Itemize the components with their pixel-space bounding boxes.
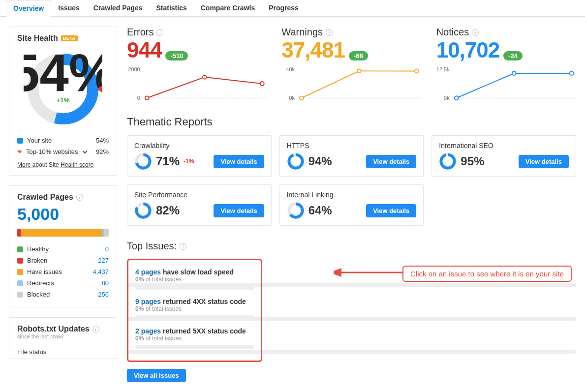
issues-box: 4 pages have slow load speed0% of total …	[127, 259, 262, 362]
tab-compare-crawls[interactable]: Compare Crawls	[194, 0, 262, 16]
info-icon[interactable]: i	[76, 194, 83, 201]
issue-text: returned 4XX status code	[163, 298, 246, 305]
metric-errors: Errors i944-51020000	[127, 27, 267, 101]
crawled-bar	[17, 229, 109, 237]
info-icon[interactable]: i	[92, 326, 99, 332]
legend-label: Top-10% websites	[26, 148, 78, 155]
legend-label: Your site	[27, 137, 52, 144]
issue-pct: 0%	[135, 305, 144, 312]
metric-title: Notices i	[436, 27, 576, 38]
info-icon[interactable]: i	[156, 29, 163, 36]
square-icon	[17, 292, 23, 298]
metric-chart: 40k0k	[281, 66, 421, 101]
tab-progress[interactable]: Progress	[262, 0, 306, 16]
issue-of: of total issues	[146, 335, 182, 342]
view-all-issues-button[interactable]: View all issues	[127, 369, 186, 382]
crawled-row-redirects[interactable]: Redirects80	[17, 277, 109, 289]
report-trend: -1%	[184, 158, 194, 165]
issue-progress	[135, 345, 254, 349]
crawled-value: 4,437	[92, 268, 109, 275]
report-name: International SEO	[439, 142, 569, 150]
view-details-button[interactable]: View details	[366, 204, 416, 217]
info-icon[interactable]: i	[180, 243, 186, 250]
metric-value: 10,702	[436, 38, 500, 62]
svg-point-10	[415, 69, 419, 73]
metric-warnings: Warnings i37,481-6840k0k	[281, 27, 421, 101]
crawled-row-healthy[interactable]: Healthy0	[17, 243, 109, 255]
report-name: Crawlability	[134, 142, 264, 150]
metric-delta: -68	[349, 51, 368, 60]
metric-notices: Notices i10,702-2412.5k0k	[436, 27, 576, 101]
crawled-row-blocked[interactable]: Blocked256	[17, 289, 109, 300]
view-details-button[interactable]: View details	[214, 155, 264, 168]
issue-pct: 0%	[135, 335, 144, 342]
view-details-button[interactable]: View details	[519, 155, 569, 168]
more-link[interactable]: More about Site Health score	[17, 161, 93, 168]
annotation-callout: Click on an issue to see where it is on …	[402, 266, 572, 282]
square-icon	[17, 246, 23, 252]
report-value: 82%	[156, 204, 180, 217]
view-details-button[interactable]: View details	[366, 155, 416, 168]
mini-donut-icon	[134, 152, 152, 170]
report-crawlability: Crawlability71%-1%View details	[127, 135, 272, 177]
crawled-title: Crawled Pages i	[17, 193, 109, 202]
crawled-row-have-issues[interactable]: Have issues4,437	[17, 266, 109, 277]
reports-grid: Crawlability71%-1%View detailsHTTPS94%Vi…	[127, 135, 576, 226]
donut-score: 54%	[24, 50, 102, 102]
crawled-label: Broken	[27, 257, 47, 264]
metric-value: 944	[127, 38, 161, 62]
main: Errors i944-51020000Warnings i37,481-684…	[127, 27, 576, 382]
issue-progress	[135, 286, 254, 290]
issue-pct: 0%	[135, 276, 144, 283]
issue-item[interactable]: 4 pages have slow load speed0% of total …	[135, 265, 254, 295]
crawled-pages-panel: Crawled Pages i 5,000 Healthy0Broken227H…	[9, 185, 117, 307]
file-status-label: File status	[17, 348, 109, 356]
issues-area: 4 pages have slow load speed0% of total …	[127, 259, 576, 362]
mini-donut-icon	[287, 152, 305, 170]
crawled-row-broken[interactable]: Broken227	[17, 255, 109, 266]
report-value: 64%	[308, 204, 332, 217]
svg-point-14	[569, 71, 573, 75]
tab-issues[interactable]: Issues	[51, 0, 87, 16]
tab-overview[interactable]: Overview	[6, 0, 51, 17]
svg-point-9	[357, 69, 361, 73]
issue-item[interactable]: 2 pages returned 5XX status code0% of to…	[135, 324, 254, 354]
site-health-panel: Site Health BETA 54% +1% Your site 54% T…	[9, 27, 117, 176]
report-value: 94%	[308, 154, 332, 168]
legend-value: 92%	[96, 148, 109, 155]
donut-trend: +1%	[56, 96, 69, 104]
report-name: HTTPS	[287, 142, 417, 150]
mini-donut-icon	[439, 152, 457, 170]
issue-count: 2 pages	[135, 327, 161, 335]
metric-title: Errors i	[127, 27, 267, 38]
tabs: OverviewIssuesCrawled PagesStatisticsCom…	[0, 0, 585, 17]
report-name: Site Performance	[134, 191, 264, 199]
svg-point-12	[454, 96, 458, 100]
tab-statistics[interactable]: Statistics	[149, 0, 193, 16]
legend-top-sites[interactable]: Top-10% websites 92%	[17, 146, 109, 157]
metric-value: 37,481	[281, 38, 345, 62]
issue-count: 9 pages	[135, 298, 161, 305]
report-https: HTTPS94%View details	[279, 135, 424, 177]
svg-point-13	[512, 71, 516, 75]
site-health-title-text: Site Health	[17, 34, 58, 43]
square-icon	[17, 269, 23, 275]
crawled-label: Have issues	[27, 268, 62, 275]
svg-point-8	[300, 96, 304, 100]
info-icon[interactable]: i	[472, 29, 479, 36]
issue-text: have slow load speed	[163, 268, 234, 276]
view-details-button[interactable]: View details	[214, 204, 264, 217]
crawled-value: 227	[98, 257, 109, 264]
svg-point-6	[260, 82, 264, 86]
legend-value: 54%	[96, 137, 109, 144]
donut-wrap: 54% +1%	[17, 50, 109, 130]
info-icon[interactable]: i	[326, 29, 333, 36]
layout: Site Health BETA 54% +1% Your site 54% T…	[0, 17, 585, 392]
tab-crawled-pages[interactable]: Crawled Pages	[87, 0, 150, 16]
metric-chart: 20000	[127, 66, 267, 101]
metrics-row: Errors i944-51020000Warnings i37,481-684…	[127, 27, 576, 101]
robots-panel: Robots.txt Updates i since the last craw…	[9, 317, 117, 359]
issue-item[interactable]: 9 pages returned 4XX status code0% of to…	[135, 295, 254, 324]
crawled-label: Healthy	[27, 245, 49, 253]
issue-of: of total issues	[146, 305, 182, 312]
